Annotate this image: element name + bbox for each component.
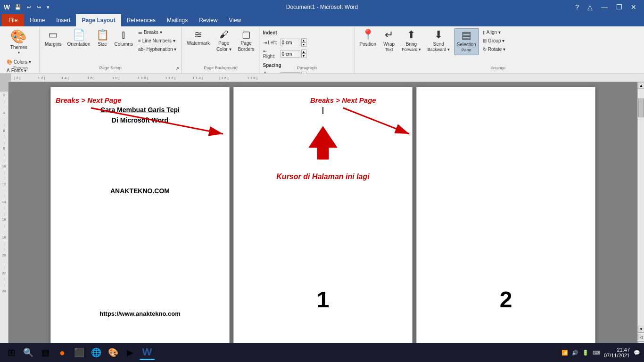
scroll-down-btn[interactable]: ▼: [638, 326, 644, 332]
indent-left-up[interactable]: ▲: [301, 38, 306, 42]
page-2-cursor: |: [248, 106, 398, 115]
bring-forward-button[interactable]: ⬆ Bring Forward ▾: [399, 28, 423, 54]
svg-text:1 1 2 |: 1 1 2 |: [165, 76, 175, 80]
customize-quick-btn[interactable]: ▾: [45, 4, 51, 10]
ribbon-minimize-btn[interactable]: △: [584, 0, 596, 14]
indent-right-down[interactable]: ▼: [301, 54, 306, 58]
prev-page-btn[interactable]: ◁: [638, 334, 644, 340]
group-icon: ⊞: [483, 38, 487, 44]
indent-left-value: 0 cm: [281, 39, 300, 46]
document-area[interactable]: Breaks > Next Page Breaks > Next Page Ca…: [8, 82, 637, 349]
tab-mailings[interactable]: Mailings: [161, 14, 193, 26]
size-icon: 📋: [96, 30, 109, 40]
taskbar-notification-icon[interactable]: 💬: [634, 350, 640, 356]
minimize-btn[interactable]: —: [597, 0, 611, 14]
group-button[interactable]: ⊞ Group ▾: [481, 37, 507, 45]
page-color-icon: 🖌: [219, 30, 229, 39]
orientation-button[interactable]: 📄 Orientation: [65, 28, 93, 49]
help-btn[interactable]: ?: [571, 0, 583, 14]
themes-icon: 🎨: [10, 30, 27, 43]
close-btn[interactable]: ✕: [627, 0, 640, 14]
send-backward-button[interactable]: ⬇ Send Backward ▾: [425, 28, 452, 54]
tab-insert[interactable]: Insert: [50, 14, 76, 26]
selection-pane-button[interactable]: ▤ Selection Pane: [454, 28, 479, 55]
page-2[interactable]: | Kursor di Halaman ini lagi 1: [233, 87, 413, 349]
page-borders-button[interactable]: ▢ Page Borders: [236, 28, 257, 54]
tab-references[interactable]: References: [121, 14, 161, 26]
wrap-text-label: Wrap: [383, 41, 395, 47]
svg-text:1 6 |: 1 6 |: [87, 76, 94, 80]
search-button[interactable]: 🔍: [21, 345, 36, 360]
indent-right-up[interactable]: ▲: [301, 49, 306, 54]
taskbar-edge[interactable]: ●: [55, 345, 70, 360]
redo-quick-btn[interactable]: ↪: [35, 4, 43, 10]
svg-text:1 8 |: 1 8 |: [112, 76, 119, 80]
restore-btn[interactable]: ❐: [612, 0, 626, 14]
wrap-text-button[interactable]: ↵ Wrap Text: [380, 28, 397, 54]
scroll-thumb[interactable]: [638, 99, 644, 117]
tab-file[interactable]: File: [2, 14, 24, 26]
margins-icon: ▭: [48, 30, 58, 40]
tab-page-layout[interactable]: Page Layout: [76, 14, 121, 26]
columns-button[interactable]: ⫿ Columns: [112, 28, 135, 49]
task-view-button[interactable]: ▦: [38, 345, 53, 360]
hyphenation-button[interactable]: ab- Hyphenation ▾: [136, 45, 178, 53]
svg-text:1 1 8 |: 1 1 8 |: [247, 76, 257, 80]
rotate-button[interactable]: ↻ Rotate ▾: [481, 45, 507, 53]
svg-text:| 2 |: | 2 |: [14, 76, 20, 80]
indent-left-row: ⇥ Left: 0 cm ▲ ▼: [263, 38, 306, 47]
indent-heading: Indent: [263, 30, 277, 35]
tab-review[interactable]: Review: [193, 14, 223, 26]
indent-left-spinner[interactable]: ▲ ▼: [301, 38, 306, 47]
size-label: Size: [98, 41, 107, 47]
page-background-group-label: Page Background: [182, 65, 259, 71]
tab-home[interactable]: Home: [24, 14, 50, 26]
taskbar-media[interactable]: ▶: [123, 345, 138, 360]
window-title: Document1 - Microsoft Word: [286, 4, 358, 10]
taskbar-paint[interactable]: 🎨: [106, 345, 121, 360]
line-numbers-button[interactable]: ≡ Line Numbers ▾: [136, 37, 178, 45]
taskbar-store[interactable]: ⬛: [72, 345, 87, 360]
taskbar-date: 07/11/2021: [604, 353, 630, 358]
margins-button[interactable]: ▭ Margins: [42, 28, 64, 49]
themes-button[interactable]: 🎨 Themes ▾: [7, 28, 31, 57]
undo-quick-btn[interactable]: ↩: [25, 4, 33, 10]
align-button[interactable]: ⫿ Align ▾: [481, 28, 507, 36]
vertical-scrollbar[interactable]: ▲ ▼ ◁ ▷: [637, 82, 644, 349]
position-icon: 📍: [362, 30, 374, 40]
align-icon: ⫿: [483, 29, 485, 35]
watermark-button[interactable]: ≋ Watermark: [184, 28, 212, 48]
breaks-icon: ⚌: [138, 29, 142, 35]
scroll-up-btn[interactable]: ▲: [638, 82, 644, 89]
size-button[interactable]: 📋 Size: [94, 28, 111, 49]
indent-right-row: ⇤ Right: 0 cm ▲ ▼: [263, 49, 306, 59]
themes-label: Themes: [10, 44, 27, 50]
bring-forward-icon: ⬆: [407, 30, 415, 40]
start-button[interactable]: ⊞: [4, 345, 19, 360]
send-backward-sub: Backward ▾: [428, 47, 450, 53]
svg-text:1 1 0 |: 1 1 0 |: [138, 76, 148, 80]
taskbar-sound-icon: 🔊: [572, 350, 578, 356]
position-button[interactable]: 📍 Position: [357, 28, 379, 49]
taskbar-battery-icon: 🔋: [582, 350, 589, 356]
indent-right-spinner[interactable]: ▲ ▼: [301, 49, 306, 58]
indent-right-icon: ⇤ Right:: [263, 49, 280, 59]
line-numbers-icon: ≡: [138, 38, 141, 44]
indent-left-down[interactable]: ▼: [301, 42, 306, 47]
scroll-track[interactable]: [638, 89, 644, 326]
taskbar-left: ⊞ 🔍 ▦ ● ⬛ 🌐 🎨 ▶ W: [4, 345, 155, 360]
orientation-icon: 📄: [73, 30, 85, 40]
taskbar-chrome[interactable]: 🌐: [89, 345, 104, 360]
save-quick-btn[interactable]: 💾: [13, 4, 23, 10]
themes-group-label: Themes: [2, 65, 39, 71]
tab-view[interactable]: View: [223, 14, 247, 26]
breaks-button[interactable]: ⚌ Breaks ▾: [136, 28, 178, 36]
page-background-group: ≋ Watermark 🖌 Page Color ▾ ▢ Page Border…: [182, 27, 260, 73]
page-1[interactable]: Cara Membuat Garis Tepi Di Microsoft Wor…: [50, 87, 230, 349]
taskbar-word[interactable]: W: [140, 345, 155, 360]
svg-rect-0: [0, 74, 632, 82]
page-color-button[interactable]: 🖌 Page Color ▾: [214, 28, 234, 54]
svg-rect-1: [0, 74, 11, 82]
page-3[interactable]: 2: [416, 87, 595, 349]
main-area: 2||4||6||8||10||12||14||16||18||20||22||…: [0, 82, 644, 349]
